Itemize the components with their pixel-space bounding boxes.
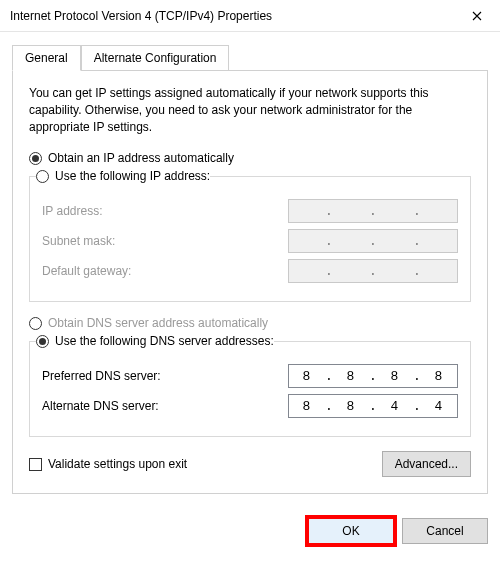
ip-auto-radio[interactable]: Obtain an IP address automatically	[29, 151, 471, 165]
subnet-mask-label: Subnet mask:	[42, 234, 288, 248]
window-title: Internet Protocol Version 4 (TCP/IPv4) P…	[10, 9, 454, 23]
validate-checkbox[interactable]: Validate settings upon exit	[29, 457, 187, 471]
preferred-dns-input[interactable]: 8. 8. 8. 8	[288, 364, 458, 388]
ip-manual-label: Use the following IP address:	[55, 169, 210, 183]
dns-manual-label: Use the following DNS server addresses:	[55, 334, 274, 348]
dns-auto-label: Obtain DNS server address automatically	[48, 316, 268, 330]
close-button[interactable]	[454, 0, 500, 32]
checkbox-icon	[29, 458, 42, 471]
dialog-content: General Alternate Configuration You can …	[0, 32, 500, 506]
tab-general[interactable]: General	[12, 45, 81, 71]
ip-manual-group: Use the following IP address: IP address…	[29, 169, 471, 302]
close-icon	[472, 11, 482, 21]
dialog-buttons: OK Cancel	[0, 506, 500, 560]
ip-manual-radio[interactable]: Use the following IP address:	[36, 169, 210, 183]
default-gateway-input: . . .	[288, 259, 458, 283]
radio-icon	[29, 152, 42, 165]
preferred-dns-row: Preferred DNS server: 8. 8. 8. 8	[42, 364, 458, 388]
description-text: You can get IP settings assigned automat…	[29, 85, 471, 135]
ip-auto-label: Obtain an IP address automatically	[48, 151, 234, 165]
alternate-dns-input[interactable]: 8. 8. 4. 4	[288, 394, 458, 418]
ip-address-row: IP address: . . .	[42, 199, 458, 223]
dns-manual-radio[interactable]: Use the following DNS server addresses:	[36, 334, 274, 348]
alternate-dns-row: Alternate DNS server: 8. 8. 4. 4	[42, 394, 458, 418]
advanced-button[interactable]: Advanced...	[382, 451, 471, 477]
dns-auto-radio[interactable]: Obtain DNS server address automatically	[29, 316, 471, 330]
alternate-dns-label: Alternate DNS server:	[42, 399, 288, 413]
subnet-mask-input: . . .	[288, 229, 458, 253]
preferred-dns-label: Preferred DNS server:	[42, 369, 288, 383]
ok-button[interactable]: OK	[308, 518, 394, 544]
dns-manual-group: Use the following DNS server addresses: …	[29, 334, 471, 437]
tab-alternate[interactable]: Alternate Configuration	[81, 45, 230, 71]
radio-icon	[29, 317, 42, 330]
titlebar: Internet Protocol Version 4 (TCP/IPv4) P…	[0, 0, 500, 32]
radio-icon	[36, 335, 49, 348]
default-gateway-row: Default gateway: . . .	[42, 259, 458, 283]
radio-icon	[36, 170, 49, 183]
default-gateway-label: Default gateway:	[42, 264, 288, 278]
ip-address-input: . . .	[288, 199, 458, 223]
cancel-button[interactable]: Cancel	[402, 518, 488, 544]
subnet-mask-row: Subnet mask: . . .	[42, 229, 458, 253]
validate-label: Validate settings upon exit	[48, 457, 187, 471]
ip-address-label: IP address:	[42, 204, 288, 218]
footer-row: Validate settings upon exit Advanced...	[29, 451, 471, 477]
tab-strip: General Alternate Configuration	[12, 44, 488, 70]
tab-panel-general: You can get IP settings assigned automat…	[12, 70, 488, 494]
